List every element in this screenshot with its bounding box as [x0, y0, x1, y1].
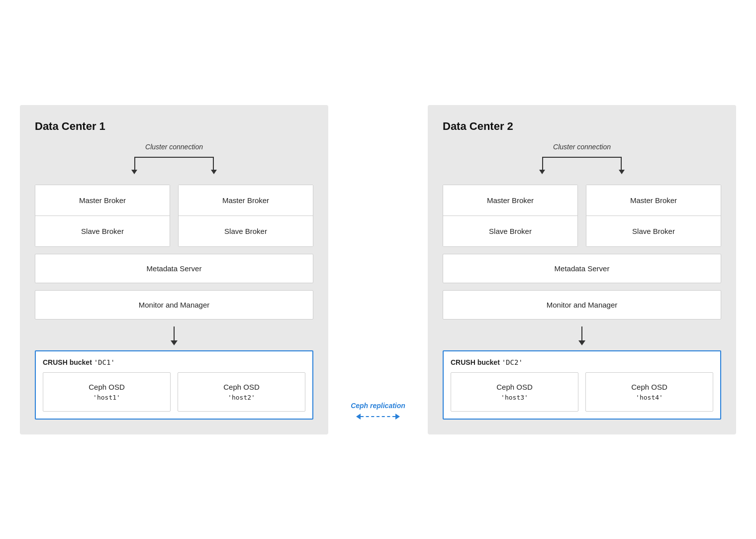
dc2-cluster-line-left [542, 157, 543, 171]
dc1-slave-broker-2: Slave Broker [179, 216, 313, 246]
dc1-osd-2: Ceph OSD 'host2' [178, 372, 305, 412]
dc1-arrow-right [211, 170, 217, 174]
dc2-monitor-manager: Monitor and Manager [443, 290, 721, 320]
dc1-broker-group-2: Master Broker Slave Broker [178, 185, 313, 247]
dc2-broker-group-2: Master Broker Slave Broker [586, 185, 721, 247]
dc1-slave-broker-1: Slave Broker [35, 216, 170, 246]
dc2-arrow-container [443, 153, 721, 178]
dc1-cluster-line-right [213, 157, 214, 171]
dc1-arrow-line [174, 326, 175, 340]
dc2-osd2-name: Ceph OSD [591, 383, 708, 391]
dc1-metadata-server: Metadata Server [35, 254, 313, 283]
dc2-title: Data Center 2 [443, 120, 721, 133]
dc2-metadata-server: Metadata Server [443, 254, 721, 283]
dc2-osd1-host: 'host3' [501, 394, 528, 401]
dc1-osd-row: Ceph OSD 'host1' Ceph OSD 'host2' [43, 372, 305, 412]
dc2-osd-2: Ceph OSD 'host4' [585, 372, 713, 412]
dc2-slave-broker-2: Slave Broker [586, 216, 721, 246]
dc2-crush-title: CRUSH bucket 'DC2' [451, 358, 713, 366]
dc2-crush-bucket: CRUSH bucket 'DC2' Ceph OSD 'host3' Ceph… [443, 350, 721, 420]
dc2-cluster-connection-area: Cluster connection [443, 143, 721, 180]
replication-area: Ceph replication [348, 401, 408, 434]
dc1-osd2-name: Ceph OSD [183, 383, 300, 391]
dc1-arrow-container [35, 153, 313, 178]
datacenter-1: Data Center 1 Cluster connection Master … [20, 105, 328, 434]
dc2-osd1-name: Ceph OSD [456, 383, 573, 391]
dc2-master-broker-2: Master Broker [586, 185, 721, 216]
dc2-osd2-host: 'host4' [636, 394, 663, 401]
replication-label: Ceph replication [351, 401, 405, 410]
dc1-crush-bucket: CRUSH bucket 'DC1' Ceph OSD 'host1' Ceph… [35, 350, 313, 420]
dc1-osd1-name: Ceph OSD [48, 383, 165, 391]
dc1-crush-label: CRUSH bucket [43, 358, 92, 366]
dc2-osd-row: Ceph OSD 'host3' Ceph OSD 'host4' [451, 372, 713, 412]
dc1-arrow-down [35, 326, 313, 345]
dc1-osd1-host: 'host1' [93, 394, 120, 401]
dc1-crush-title: CRUSH bucket 'DC1' [43, 358, 305, 366]
dc1-master-broker-1: Master Broker [35, 185, 170, 216]
dc2-brokers-row: Master Broker Slave Broker Master Broker… [443, 185, 721, 247]
dc1-brokers-row: Master Broker Slave Broker Master Broker… [35, 185, 313, 247]
dc1-broker-group-1: Master Broker Slave Broker [35, 185, 170, 247]
dc1-monitor-manager: Monitor and Manager [35, 290, 313, 320]
dc1-arrow-left [131, 170, 137, 174]
arrow-left-head [356, 414, 361, 420]
dc1-title: Data Center 1 [35, 120, 313, 133]
dc2-master-broker-1: Master Broker [443, 185, 577, 216]
dc1-arrow-head [171, 340, 178, 345]
dc2-arrow-left [539, 170, 545, 174]
dc2-arrow-head [578, 340, 585, 345]
dc2-arrow-line [581, 326, 582, 340]
dc2-arrow-down [443, 326, 721, 345]
dc2-broker-group-1: Master Broker Slave Broker [443, 185, 578, 247]
dc2-crush-name: 'DC2' [502, 358, 523, 366]
dc2-cluster-line-right [621, 157, 622, 171]
dc1-cluster-line-left [134, 157, 135, 171]
arrow-dashed-line [361, 416, 395, 417]
dc1-osd2-host: 'host2' [228, 394, 255, 401]
datacenter-2: Data Center 2 Cluster connection Master … [428, 105, 736, 434]
dc2-arrow-right [619, 170, 625, 174]
dc2-slave-broker-1: Slave Broker [443, 216, 577, 246]
arrow-right-head [395, 414, 400, 420]
dc1-cluster-line-horiz [134, 157, 214, 158]
replication-arrow [356, 414, 400, 420]
dc2-osd-1: Ceph OSD 'host3' [451, 372, 578, 412]
dc1-cluster-connection-area: Cluster connection [35, 143, 313, 180]
dc1-osd-1: Ceph OSD 'host1' [43, 372, 171, 412]
dc1-master-broker-2: Master Broker [179, 185, 313, 216]
dc2-crush-label: CRUSH bucket [451, 358, 500, 366]
dc1-cluster-connection-label: Cluster connection [145, 143, 203, 151]
dc2-cluster-line-horiz [542, 157, 622, 158]
page-container: Data Center 1 Cluster connection Master … [0, 80, 756, 459]
dc2-cluster-connection-label: Cluster connection [553, 143, 611, 151]
dc1-crush-name: 'DC1' [94, 358, 115, 366]
